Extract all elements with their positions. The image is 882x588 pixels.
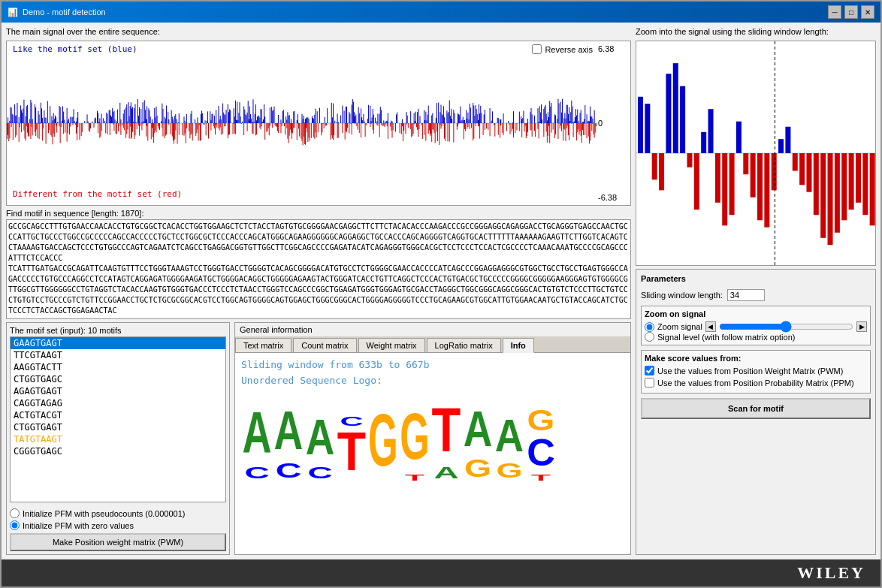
motif-item[interactable]: TTCGTAAGT [11, 349, 225, 361]
content-area: The main signal over the entire sequence… [2, 23, 880, 559]
main-signal-label: The main signal over the entire sequence… [6, 27, 631, 36]
zoom-chart-canvas [636, 41, 875, 265]
right-panel: Zoom into the signal using the sliding w… [636, 27, 876, 555]
motif-item[interactable]: GAAGTGAGT [11, 337, 225, 349]
title-bar-left: 📊 Demo - motif detection [8, 8, 106, 17]
motif-item[interactable]: CAGGTAGAG [11, 397, 225, 409]
title-bar-controls: ─ □ ✕ [828, 5, 874, 19]
signal-level-radio-label: Signal level (with follow matrix option) [657, 333, 795, 342]
ppm-checkbox[interactable] [645, 378, 654, 387]
application-window: 📊 Demo - motif detection ─ □ ✕ The main … [0, 0, 882, 588]
axis-max: 6.38 [598, 44, 629, 53]
tab-weight-matrix[interactable]: Weight matrix [358, 338, 425, 352]
pfm-radio-group: Initialize PFM with pseudocounts (0.0000… [10, 508, 226, 530]
tab-logratio-matrix[interactable]: LogRatio matrix [427, 338, 501, 352]
footer-bar: WILEY [2, 559, 880, 586]
zoom-signal-radio-row: Zoom signal ◀ ▶ [645, 321, 867, 332]
like-motif-label: Like the motif set (blue) [13, 44, 137, 54]
chart-axis-right: 6.38 0 -6.38 [597, 41, 630, 205]
title-bar: 📊 Demo - motif detection ─ □ ✕ [2, 2, 880, 23]
motif-item[interactable]: CTGGTGAGC [11, 373, 225, 385]
score-title: Make score values from: [645, 354, 867, 363]
motif-item[interactable]: AAGGTACTT [11, 361, 225, 373]
sequence-textarea[interactable] [6, 219, 631, 319]
left-panel: The main signal over the entire sequence… [6, 27, 631, 555]
motif-list[interactable]: GAAGTGAGTTTCGTAAGTAAGGTACTTCTGGTGAGCAGAG… [10, 336, 226, 502]
motif-item[interactable]: CTGGTGAGT [11, 421, 225, 433]
ppm-checkbox-label: Use the values from Position Probability… [657, 378, 854, 387]
reverse-axis-label: Reverse axis [545, 45, 593, 54]
zoom-left-button[interactable]: ◀ [705, 321, 716, 332]
logo-title: Unordered Sequence Logo: [241, 375, 624, 386]
radio-zero-label: Initialize PFM with zero values [23, 521, 134, 530]
parameters-panel: Parameters Sliding window length: Zoom o… [636, 269, 876, 555]
motif-panel-title: The motif set (input): 10 motifs [10, 326, 226, 335]
parameters-title: Parameters [641, 274, 871, 283]
bottom-row: The motif set (input): 10 motifs GAAGTGA… [6, 322, 631, 555]
sliding-window-label: Sliding window length: [641, 291, 723, 300]
zoom-right-button[interactable]: ▶ [856, 321, 867, 332]
app-icon: 📊 [8, 8, 18, 17]
make-pwm-button[interactable]: Make Position weight matrix (PWM) [10, 533, 226, 551]
main-chart-canvas [7, 41, 597, 205]
sequence-logo-canvas [241, 392, 557, 490]
window-title: Demo - motif detection [23, 8, 106, 17]
radio-pseudocounts: Initialize PFM with pseudocounts (0.0000… [10, 508, 226, 518]
general-info-title: General information [235, 323, 630, 336]
scan-for-motif-button[interactable]: Scan for motif [641, 398, 871, 419]
zoom-signal-section: Zoom on signal Zoom signal ◀ ▶ Signal le… [641, 306, 871, 345]
signal-level-radio-row: Signal level (with follow matrix option) [645, 332, 867, 342]
general-info-panel: General information Text matrix Count ma… [234, 322, 631, 555]
motif-item[interactable]: AGAGTGAGT [11, 385, 225, 397]
sequence-section: Find motif in sequence [length: 1870]: [6, 209, 631, 319]
zoom-signal-radio-label: Zoom signal [657, 322, 702, 331]
different-motif-label: Different from the motif set (red) [13, 189, 182, 199]
maximize-button[interactable]: □ [844, 5, 858, 19]
axis-min: -6.38 [598, 193, 629, 202]
radio-zero-input[interactable] [10, 520, 20, 530]
score-section: Make score values from: Use the values f… [641, 350, 871, 394]
zoom-on-signal-label: Zoom on signal [645, 309, 867, 318]
wiley-logo: WILEY [797, 563, 865, 583]
radio-pseudocounts-label: Initialize PFM with pseudocounts (0.0000… [23, 509, 185, 518]
signal-level-radio[interactable] [645, 332, 654, 342]
pwm-checkbox-row: Use the values from Position Weight Matr… [645, 366, 867, 375]
motif-item[interactable]: CGGGTGAGC [11, 445, 225, 457]
close-button[interactable]: ✕ [861, 5, 874, 19]
ppm-checkbox-row: Use the values from Position Probability… [645, 378, 867, 387]
minimize-button[interactable]: ─ [828, 5, 841, 19]
tab-text-matrix[interactable]: Text matrix [235, 338, 291, 352]
zoom-chart-label: Zoom into the signal using the sliding w… [636, 27, 876, 36]
radio-pseudocounts-input[interactable] [10, 508, 20, 518]
sliding-window-input[interactable] [727, 289, 765, 301]
reverse-axis-container: Reverse axis [532, 44, 593, 54]
tab-info[interactable]: Info [503, 338, 534, 353]
axis-zero: 0 [598, 119, 629, 128]
tab-info-content: Sliding window from 633b to 667b Unorder… [235, 353, 630, 554]
tab-count-matrix[interactable]: Count matrix [293, 338, 356, 352]
pwm-checkbox-label: Use the values from Position Weight Matr… [657, 366, 843, 375]
sliding-window-row: Sliding window length: [641, 289, 871, 301]
motif-item[interactable]: TATGTAAGT [11, 433, 225, 445]
sequence-label: Find motif in sequence [length: 1870]: [6, 209, 631, 218]
zoom-chart-container [636, 41, 876, 266]
zoom-slider[interactable] [719, 321, 853, 332]
sliding-window-text: Sliding window from 633b to 667b [241, 359, 624, 370]
tabs-container: Text matrix Count matrix Weight matrix L… [235, 336, 630, 353]
zoom-signal-radio[interactable] [645, 322, 654, 332]
motif-panel: The motif set (input): 10 motifs GAAGTGA… [6, 322, 230, 555]
motif-item[interactable]: ACTGTACGT [11, 409, 225, 421]
pwm-checkbox[interactable] [645, 366, 654, 375]
radio-zero: Initialize PFM with zero values [10, 520, 226, 530]
reverse-axis-checkbox[interactable] [532, 44, 542, 54]
main-chart-container: Reverse axis Like the motif set (blue) D… [6, 41, 631, 206]
